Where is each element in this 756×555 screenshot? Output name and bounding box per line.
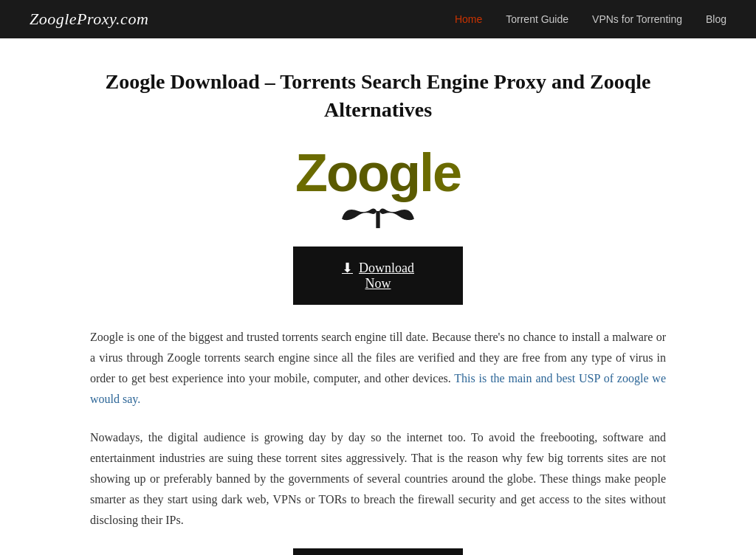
download-btn-wrapper-2: ⬇Download Now <box>90 548 666 555</box>
logo-le: le <box>419 143 461 202</box>
download-button-1[interactable]: ⬇Download Now <box>293 247 463 305</box>
main-content: Zoogle Download – Torrents Search Engine… <box>75 38 681 555</box>
nav-vpns[interactable]: VPNs for Torrenting <box>592 13 682 25</box>
nav-torrent-guide[interactable]: Torrent Guide <box>506 13 568 25</box>
page-title: Zoogle Download – Torrents Search Engine… <box>90 68 666 124</box>
nav-home[interactable]: Home <box>455 13 482 25</box>
paragraph-1: Zoogle is one of the biggest and trusted… <box>90 327 666 410</box>
zoogle-logo: Zoogle <box>295 146 461 229</box>
mustache-icon <box>337 199 419 229</box>
zoogle-logo-text: Zoogle <box>295 146 461 199</box>
logo-container: Zoogle <box>90 146 666 229</box>
download-button-2[interactable]: ⬇Download Now <box>293 548 463 555</box>
logo-z: Z <box>295 143 326 202</box>
download-btn-label-1: Download Now <box>359 261 414 291</box>
nav-links: Home Torrent Guide VPNs for Torrenting B… <box>455 10 726 29</box>
svg-rect-0 <box>376 211 379 228</box>
download-icon-1: ⬇ <box>342 261 353 275</box>
logo-oog: oog <box>326 143 419 202</box>
paragraph-1-highlight: This is the main and best USP of zoogle … <box>90 372 666 405</box>
nav-blog[interactable]: Blog <box>706 13 726 25</box>
brand-logo[interactable]: ZoogleProxy.com <box>30 6 148 32</box>
paragraph-2: Nowadays, the digital audience is growin… <box>90 427 666 531</box>
download-btn-wrapper-1: ⬇Download Now <box>90 247 666 327</box>
navbar: ZoogleProxy.com Home Torrent Guide VPNs … <box>0 0 756 38</box>
